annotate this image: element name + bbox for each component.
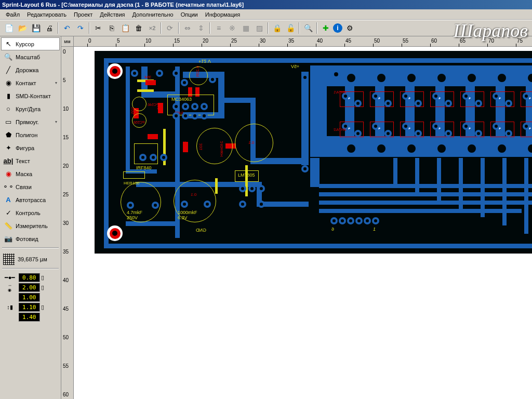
copy-icon[interactable]: ⎘ bbox=[105, 22, 118, 34]
label-irf840: IRF840 bbox=[136, 165, 152, 170]
ruler-corner: мм bbox=[61, 36, 74, 47]
menu-edit[interactable]: Редактировать bbox=[23, 10, 70, 19]
gear-icon[interactable]: ⚙ bbox=[343, 22, 356, 34]
auto-icon: A bbox=[4, 195, 13, 205]
grid-icon bbox=[3, 254, 15, 265]
menu-options[interactable]: Опции bbox=[177, 10, 202, 19]
smd-icon: ▮ bbox=[4, 91, 13, 101]
circle-icon: ○ bbox=[4, 104, 13, 114]
check-icon: ✓ bbox=[4, 208, 13, 218]
tool-circle[interactable]: ○Круг/Дуга bbox=[1, 102, 60, 115]
crosshair-icon[interactable]: ✚ bbox=[320, 22, 332, 34]
menu-file[interactable]: Файл bbox=[2, 10, 23, 19]
delete-icon[interactable]: 🗑 bbox=[132, 22, 145, 34]
grid-display[interactable]: 39,6875 µм bbox=[1, 252, 60, 266]
group-icon[interactable]: ▦ bbox=[240, 22, 252, 34]
tool-measure[interactable]: 📏Измеритель bbox=[1, 219, 60, 232]
label-cap2a: 1000mkF bbox=[178, 210, 197, 215]
pcb-board[interactable]: MC34063 LM7805 IRF840 HER106 4.7mkF 250V… bbox=[95, 51, 532, 254]
print-icon[interactable]: 🖨 bbox=[43, 22, 56, 34]
rotate-icon[interactable]: ⟳ bbox=[164, 22, 176, 34]
new-file-icon[interactable]: 📄 bbox=[3, 22, 15, 34]
tool-pad[interactable]: ◉Контакт▾ bbox=[1, 76, 60, 89]
label-mc34063: MC34063 bbox=[171, 97, 192, 102]
duplicate-icon[interactable]: ×2 bbox=[146, 22, 158, 34]
param-smd-h[interactable]: 1.40 bbox=[3, 313, 58, 322]
param-track-width[interactable]: ━●━0.80▯ bbox=[3, 273, 58, 282]
tool-link[interactable]: ⚬⚬Связи bbox=[1, 180, 60, 193]
tool-track[interactable]: ╱Дорожка bbox=[1, 63, 60, 76]
menu-info[interactable]: Информация bbox=[202, 10, 244, 19]
shape-icon: ✦ bbox=[4, 143, 13, 153]
tool-text[interactable]: ab|Текст bbox=[1, 154, 60, 167]
tool-zoom[interactable]: 🔍Масштаб bbox=[1, 50, 60, 63]
label-12v: +12 V bbox=[198, 59, 211, 64]
param-smd-w[interactable]: ↕▮1.10▯ bbox=[3, 303, 58, 312]
label-pin1: 1 bbox=[373, 227, 376, 232]
redo-icon[interactable]: ↷ bbox=[74, 22, 87, 34]
unlock-icon[interactable]: 🔓 bbox=[284, 22, 297, 34]
ruler-horizontal: 05101520253035404550556065707580 bbox=[74, 36, 532, 47]
save-icon[interactable]: 💾 bbox=[30, 22, 42, 34]
mask-icon: ◉ bbox=[4, 169, 13, 179]
param-pad-inner[interactable]: 1.00 bbox=[3, 293, 58, 302]
tool-smd[interactable]: ▮SMD-Контакт bbox=[1, 89, 60, 102]
align-icon[interactable]: ≡ bbox=[212, 22, 225, 34]
tool-mask[interactable]: ◉Маска bbox=[1, 167, 60, 180]
label-5v: +5V bbox=[291, 64, 299, 69]
tool-sidebar: ↖Курсор 🔍Масштаб ╱Дорожка ◉Контакт▾ ▮SMD… bbox=[0, 36, 61, 399]
mirror-v-icon[interactable]: ⇕ bbox=[195, 22, 207, 34]
params-panel: ━●━0.80▯ ↔◉2.00▯ 1.00 ↕▮1.10▯ 1.40 bbox=[1, 271, 60, 324]
snap-icon[interactable]: ※ bbox=[226, 22, 238, 34]
info-icon[interactable]: i bbox=[333, 23, 342, 33]
smd-w-icon: ↕▮ bbox=[3, 304, 17, 311]
label-pin6: 6 bbox=[331, 227, 334, 232]
ruler-vertical: 0510152025303540455055606570 bbox=[61, 47, 74, 399]
label-cap1a: 4.7mkF bbox=[127, 210, 142, 215]
cursor-icon: ↖ bbox=[4, 39, 13, 49]
label-lm7805: LM7805 bbox=[238, 172, 255, 178]
track-icon: ╱ bbox=[4, 65, 13, 75]
menu-extra[interactable]: Дополнительно bbox=[128, 10, 177, 19]
canvas-area: мм 05101520253035404550556065707580 0510… bbox=[61, 36, 532, 399]
undo-icon[interactable]: ↶ bbox=[61, 22, 73, 34]
tool-photo[interactable]: 📷Фотовид bbox=[1, 232, 60, 245]
menu-action[interactable]: Действия bbox=[96, 10, 128, 19]
label-her106: HER106 bbox=[124, 181, 139, 185]
pad-out-icon: ↔◉ bbox=[3, 284, 17, 291]
chevron-down-icon: ▾ bbox=[55, 81, 57, 85]
menu-bar: Файл Редактировать Проект Действия Допол… bbox=[0, 9, 532, 20]
tool-check[interactable]: ✓Контроль bbox=[1, 206, 60, 219]
tool-rect[interactable]: ▭Прямоуг.▾ bbox=[1, 115, 60, 128]
track-w-icon: ━●━ bbox=[3, 274, 17, 282]
polygon-icon: ⬟ bbox=[4, 130, 13, 140]
photo-icon: 📷 bbox=[4, 234, 13, 244]
zoom-icon: 🔍 bbox=[4, 52, 13, 62]
ungroup-icon[interactable]: ▨ bbox=[253, 22, 265, 34]
chevron-down-icon: ▾ bbox=[55, 119, 57, 124]
grid-value: 39,6875 µм bbox=[18, 256, 47, 262]
tool-polygon[interactable]: ⬟Полигон bbox=[1, 128, 60, 141]
menu-project[interactable]: Проект bbox=[70, 10, 96, 19]
label-gnd: GND bbox=[196, 228, 206, 233]
tool-auto[interactable]: AАвтотрасса bbox=[1, 193, 60, 206]
pcb-viewport[interactable]: MC34063 LM7805 IRF840 HER106 4.7mkF 250V… bbox=[74, 47, 532, 399]
paste-icon[interactable]: 📋 bbox=[119, 22, 131, 34]
link-icon: ⚬⚬ bbox=[4, 182, 13, 192]
tool-shape[interactable]: ✦Фигура bbox=[1, 141, 60, 154]
measure-icon: 📏 bbox=[4, 221, 13, 231]
lock-icon[interactable]: 🔒 bbox=[271, 22, 283, 34]
mirror-h-icon[interactable]: ⇔ bbox=[181, 22, 194, 34]
param-pad-outer[interactable]: ↔◉2.00▯ bbox=[3, 283, 58, 292]
label-cap1b: 250V bbox=[127, 215, 138, 220]
cut-icon[interactable]: ✂ bbox=[92, 22, 104, 34]
open-file-icon[interactable]: 📂 bbox=[16, 22, 29, 34]
rect-icon: ▭ bbox=[4, 117, 13, 127]
label-cap2b: 6.3V bbox=[178, 215, 188, 220]
search-icon[interactable]: 🔍 bbox=[302, 22, 314, 34]
main-toolbar: 📄 📂 💾 🖨 ↶ ↷ ✂ ⎘ 📋 🗑 ×2 ⟳ ⇔ ⇕ ≡ ※ ▦ ▨ 🔒 🔓… bbox=[0, 20, 532, 36]
title-bar: Sprint-Layout 6 Rus - [С:\материалы для … bbox=[0, 0, 532, 9]
tool-cursor[interactable]: ↖Курсор bbox=[1, 37, 60, 50]
pad-icon: ◉ bbox=[4, 78, 13, 88]
text-icon: ab| bbox=[4, 156, 13, 166]
